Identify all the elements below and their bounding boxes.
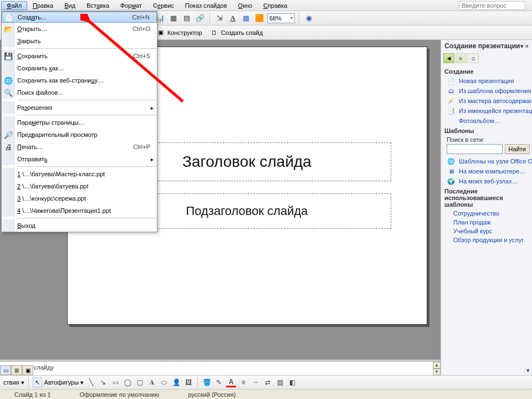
status-design: Оформление по умолчанию [65,391,174,398]
section-create: Создание [441,66,532,76]
color-icon[interactable]: 🟧 [254,13,265,24]
menu-item-print[interactable]: 🖨Печать…Ctrl+P [2,141,157,153]
insert-picture-icon[interactable]: 🖼 [183,377,193,387]
search-label: Поиск в сети: [441,135,532,143]
status-bar: Слайд 1 из 1 Оформление по умолчанию рус… [0,389,532,399]
slideshow-view-button[interactable]: ▣ [22,365,33,375]
shadow-icon[interactable]: ▧ [275,377,285,387]
menu-item-send[interactable]: Отправить [2,153,157,165]
menu-item-save-as[interactable]: Сохранить как… [2,62,157,74]
clipart-icon[interactable]: 👤 [171,377,181,387]
arrow-style-icon[interactable]: ⇄ [263,377,273,387]
new-file-icon: 📄 [2,12,16,22]
task-pane: Создание презентации ▾ × ◄ ► ⌂ Создание … [441,40,532,375]
rectangle-tool-icon[interactable]: ▭ [110,377,120,387]
menu-item-recent-1[interactable]: 1 \…\батуева\Мастер-класс.ppt [2,168,157,180]
menu-item-open[interactable]: 📂Открыть…Ctrl+O [2,23,157,35]
hyperlink-icon[interactable]: 🔗 [195,13,206,24]
dash-style-icon[interactable]: ┄ [250,377,260,387]
menu-edit[interactable]: Правка [27,1,59,10]
taskpane-scroll-down[interactable]: ▾ [441,366,532,375]
recent-template[interactable]: План продаж [441,218,532,227]
expand-icon[interactable]: ⇲ [214,13,225,24]
taskpane-menu-icon[interactable]: ▾ × [520,43,529,50]
menu-item-permissions[interactable]: Разрешения [2,101,157,114]
oval-tool-icon[interactable]: ◯ [122,377,132,387]
recent-template[interactable]: Обзор продукции и услуг [441,236,532,244]
menubar: Файл Правка Вид Вставка Формат Сервис По… [0,0,532,11]
arrow-tool-icon[interactable]: ↘ [98,377,108,387]
wordart-icon[interactable]: 𝐀 [147,377,157,387]
menu-item-file-search[interactable]: 🔍Поиск файлов… [2,86,157,99]
line-color-icon[interactable]: ✎ [214,377,224,387]
3d-icon[interactable]: ◧ [287,377,297,387]
sorter-view-button[interactable]: ⊞ [11,365,22,375]
grid-icon[interactable]: ▦ [241,13,252,24]
nav-home-icon[interactable]: ⌂ [468,53,479,63]
textbox-tool-icon[interactable]: ▢ [135,377,145,387]
existing-icon: 📑 [447,107,456,115]
zoom-combo[interactable]: 68% [267,13,295,23]
link-photoalbum[interactable]: Фотоальбом… [441,116,532,126]
save-web-icon: 🌐 [2,74,15,86]
menu-item-save-as-web[interactable]: 🌐Сохранить как веб-страницу… [2,74,157,86]
template-search-button[interactable]: Найти [505,144,530,154]
link-templates-my-computer[interactable]: 🖥На моем компьютере… [441,166,532,176]
menu-item-page-setup[interactable]: Параметры страницы… [2,116,157,129]
autoshapes-menu[interactable]: Автофигуры ▾ [44,379,84,386]
recent-template[interactable]: Сотрудничество [441,209,532,218]
recent-template[interactable]: Учебный курс [441,227,532,236]
link-from-design-template[interactable]: 🗂Из шаблона оформления [441,86,532,96]
menu-insert[interactable]: Вставка [81,1,115,10]
menu-item-recent-4[interactable]: 4 \…\Чижегова\Презентация1.ppt [2,204,157,217]
slide-design-button[interactable]: ▣Конструктор [154,27,205,38]
notes-scroll-down[interactable]: ▾ [433,369,441,375]
tables-borders-icon[interactable]: ▤ [181,13,192,24]
taskpane-header: Создание презентации ▾ × [441,40,532,52]
menu-slideshow[interactable]: Показ слайдов [180,1,233,10]
nav-back-icon[interactable]: ◄ [443,53,454,63]
nav-fwd-icon[interactable]: ► [456,53,467,63]
normal-view-button[interactable]: ▭ [0,365,11,375]
computer-icon: 🖥 [447,167,456,175]
select-tool[interactable]: ↖ [33,377,42,387]
table-icon[interactable]: ▦ [168,13,179,24]
menu-item-close[interactable]: Закрыть [2,35,157,47]
blank-icon: 📄 [447,77,456,85]
new-slide-button[interactable]: 🗋Создать слайд [207,27,265,38]
menu-item-recent-2[interactable]: 2 \…\батуева\батуева.ppt [2,180,157,192]
link-from-existing[interactable]: 📑Из имеющейся презентации… [441,106,532,116]
show-formatting-icon[interactable]: A [227,13,238,24]
menu-item-save[interactable]: 💾СохранитьCtrl+S [2,50,157,62]
menu-window[interactable]: Окно [233,1,258,10]
search-file-icon: 🔍 [2,86,15,99]
link-new-presentation[interactable]: 📄Новая презентация [441,76,532,86]
link-templates-office-online[interactable]: 🌐Шаблоны на узле Office Online [441,156,532,166]
menu-item-print-preview[interactable]: 🔎Предварительный просмотр [2,129,157,141]
notes-pane[interactable]: Заметки к слайду ▴ ▾ [0,360,441,375]
menu-tools[interactable]: Сервис [147,1,180,10]
menu-item-recent-3[interactable]: 3 \…\конкурс\сережа.ppt [2,192,157,204]
menu-item-exit[interactable]: Выход [2,219,157,232]
template-search-input[interactable] [447,144,503,154]
notes-scroll-up[interactable]: ▴ [433,362,441,369]
file-menu-dropdown: 📄Создать…Ctrl+N 📂Открыть…Ctrl+O Закрыть … [1,11,157,232]
actions-menu[interactable]: ствия ▾ [3,379,24,386]
menu-view[interactable]: Вид [59,1,81,10]
link-templates-my-websites[interactable]: 🌍На моих веб-узлах… [441,176,532,186]
line-style-icon[interactable]: ≡ [238,377,248,387]
help-question-box[interactable] [459,1,525,10]
link-from-autocontent-wizard[interactable]: 🪄Из мастера автосодержания… [441,96,532,106]
menu-item-new[interactable]: 📄Создать…Ctrl+N [2,12,157,23]
menu-format[interactable]: Формат [115,1,147,10]
menu-help[interactable]: Справка [258,1,293,10]
font-color-draw-icon[interactable]: A [226,377,236,387]
diagram-icon[interactable]: ⬭ [159,377,169,387]
help-icon[interactable]: ◉ [303,13,314,24]
taskpane-title: Создание презентации [444,42,520,50]
section-recent-templates: Последние использовавшиеся шаблоны [441,186,532,209]
fill-color-icon[interactable]: 🪣 [202,377,212,387]
menu-file[interactable]: Файл [1,1,27,10]
line-tool-icon[interactable]: ╲ [86,377,96,387]
preview-icon: 🔎 [2,129,15,141]
